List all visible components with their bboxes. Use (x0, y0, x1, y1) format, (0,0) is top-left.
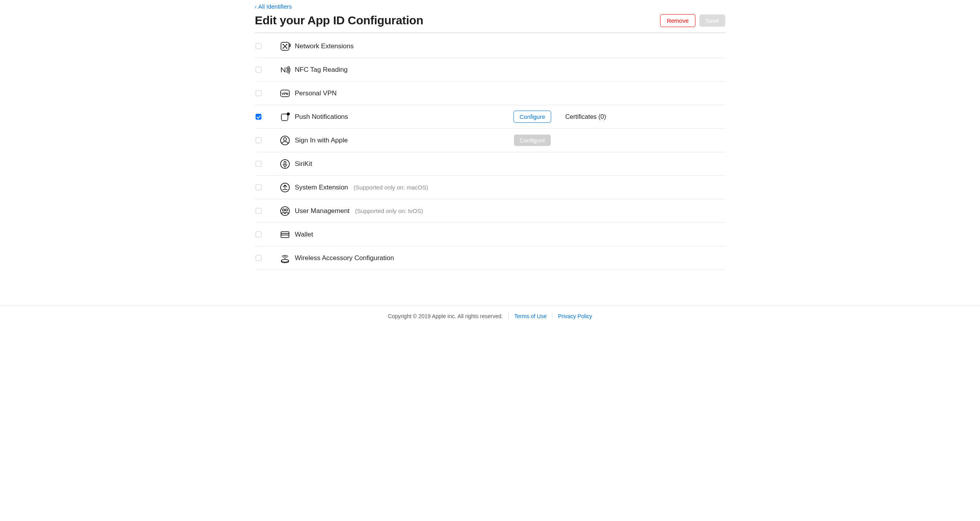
siri-icon (275, 158, 295, 170)
capability-checkbox-push-notifications[interactable] (256, 114, 261, 120)
capability-checkbox-wireless-accessory[interactable] (256, 255, 261, 261)
header-divider (255, 33, 725, 33)
capabilities-list: Network ExtensionsNFC Tag ReadingVPNPers… (255, 35, 725, 270)
users-icon (275, 205, 295, 217)
svg-rect-13 (284, 161, 286, 164)
sysext-icon (275, 182, 295, 193)
capability-name: Sign In with Apple (295, 137, 351, 144)
svg-rect-18 (281, 231, 289, 237)
save-button: Save (699, 15, 725, 27)
capability-checkbox-wallet[interactable] (256, 231, 261, 237)
capability-checkbox-personal-vpn[interactable] (256, 90, 261, 96)
capability-name: Personal VPN (295, 89, 350, 97)
capability-extra: Certificates (0) (556, 113, 724, 120)
footer-separator (508, 313, 509, 320)
vpn-icon: VPN (275, 87, 295, 99)
footer-separator (552, 313, 552, 320)
footer-copyright: Copyright © 2019 Apple Inc. All rights r… (388, 313, 503, 319)
signin-icon (275, 135, 295, 146)
capability-checkbox-user-management[interactable] (256, 208, 261, 214)
svg-point-15 (281, 206, 290, 215)
chevron-left-icon: ‹ (255, 4, 257, 10)
capability-name: Network Extensions (295, 42, 357, 50)
capability-note: (Supported only on: tvOS) (355, 208, 423, 214)
page-title: Edit your App ID Configuration (255, 14, 423, 27)
svg-point-20 (281, 259, 289, 262)
svg-text:VPN: VPN (281, 91, 288, 95)
capability-note: (Supported only on: macOS) (354, 184, 428, 191)
svg-point-19 (285, 258, 285, 259)
back-all-identifiers-link[interactable]: ‹ All Identifiers (255, 0, 292, 12)
capability-name: User Management (295, 207, 353, 215)
capability-checkbox-network-extensions[interactable] (256, 43, 261, 49)
wireless-icon (275, 252, 295, 264)
capability-row-user-management: User Management(Supported only on: tvOS) (255, 199, 725, 223)
network-icon (275, 40, 295, 52)
nfc-icon (275, 64, 295, 76)
svg-rect-8 (281, 114, 288, 120)
capability-row-sign-in-with-apple: Sign In with AppleConfigure (255, 129, 725, 152)
svg-point-17 (285, 209, 288, 211)
page-header: Edit your App ID Configuration Remove Sa… (255, 12, 725, 33)
push-icon (275, 111, 295, 123)
capability-checkbox-sirikit[interactable] (256, 161, 261, 167)
privacy-policy-link[interactable]: Privacy Policy (558, 313, 592, 319)
capability-name: NFC Tag Reading (295, 66, 351, 74)
capability-name: Wallet (295, 231, 350, 239)
capability-row-system-extension: System Extension(Supported only on: macO… (255, 176, 725, 199)
capability-row-nfc-tag-reading: NFC Tag Reading (255, 58, 725, 82)
capability-name: System Extension (295, 184, 351, 191)
remove-button[interactable]: Remove (660, 14, 695, 27)
capability-row-sirikit: SiriKit (255, 152, 725, 176)
svg-point-16 (282, 209, 285, 211)
svg-point-11 (283, 137, 287, 140)
back-link-label: All Identifiers (258, 3, 292, 10)
capability-checkbox-system-extension[interactable] (256, 184, 261, 190)
page-footer: Copyright © 2019 Apple Inc. All rights r… (0, 305, 980, 327)
capability-name: Push Notifications (295, 113, 351, 121)
wallet-icon (275, 229, 295, 240)
terms-of-use-link[interactable]: Terms of Use (514, 313, 546, 319)
capability-row-push-notifications: Push NotificationsConfigureCertificates … (255, 105, 725, 129)
capability-checkbox-nfc-tag-reading[interactable] (256, 67, 261, 73)
capability-row-personal-vpn: VPNPersonal VPN (255, 82, 725, 105)
capability-row-wallet: Wallet (255, 223, 725, 246)
capability-checkbox-sign-in-with-apple[interactable] (256, 137, 261, 143)
capability-name: Wireless Accessory Configuration (295, 254, 397, 262)
configure-button-sign-in-with-apple: Configure (514, 135, 550, 146)
configure-button-push-notifications[interactable]: Configure (514, 111, 551, 123)
capability-row-wireless-accessory: Wireless Accessory Configuration (255, 246, 725, 270)
capability-name: SiriKit (295, 160, 350, 168)
svg-point-9 (287, 112, 290, 115)
capability-row-network-extensions: Network Extensions (255, 35, 725, 58)
